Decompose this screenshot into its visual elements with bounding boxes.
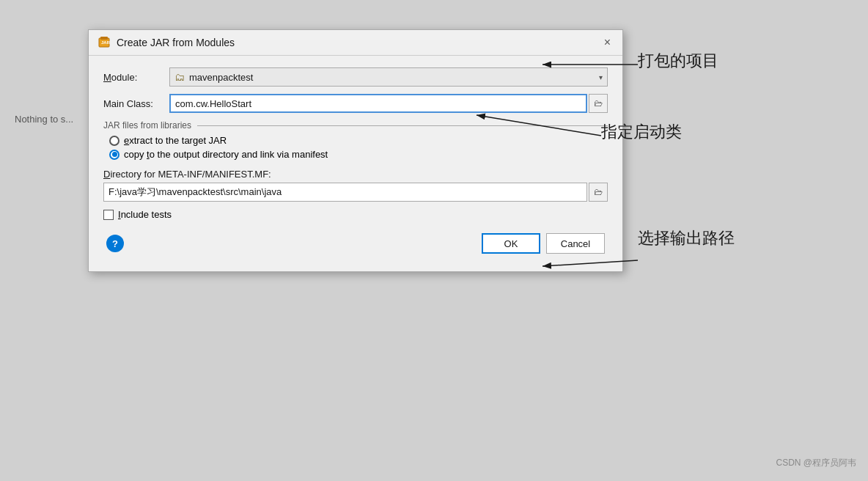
main-class-browse-button[interactable]: 🗁	[589, 94, 608, 113]
include-tests-row[interactable]: Include tests	[103, 209, 608, 220]
radio-copy-row[interactable]: copy to the output directory and link vi…	[109, 149, 608, 160]
dialog-title-area: JAR Create JAR from Modules	[98, 36, 235, 49]
browse-icon: 🗁	[594, 98, 603, 109]
radio-copy-button[interactable]	[109, 150, 119, 160]
footer-buttons: OK Cancel	[482, 233, 605, 254]
jar-files-label-text: JAR files from libraries	[103, 120, 191, 131]
dialog-body: Module: 🗂 mavenpacktest ▾ Main Class: co…	[89, 56, 622, 271]
directory-field[interactable]: F:\java学习\mavenpacktest\src\main\java	[103, 183, 587, 202]
main-class-value: com.cw.HelloStart	[175, 98, 251, 109]
module-row: Module: 🗂 mavenpacktest ▾	[103, 67, 608, 87]
nothing-to-show-text: Nothing to s...	[15, 114, 73, 125]
create-jar-dialog: JAR Create JAR from Modules × Module: 🗂 …	[88, 29, 623, 272]
radio-extract-button[interactable]	[109, 136, 119, 146]
include-tests-label: Include tests	[118, 209, 172, 220]
ok-button[interactable]: OK	[482, 233, 540, 254]
module-combobox-text: 🗂 mavenpacktest	[174, 71, 595, 83]
svg-rect-1	[100, 37, 108, 40]
jar-icon: JAR	[98, 36, 111, 49]
directory-value: F:\java学习\mavenpacktest\src\main\java	[108, 186, 282, 199]
dialog-titlebar: JAR Create JAR from Modules ×	[89, 30, 622, 56]
module-value: mavenpacktest	[189, 72, 253, 83]
footer-left: ?	[106, 235, 124, 252]
radio-extract-label: extract to the target JAR	[124, 135, 227, 146]
module-label: Module:	[103, 72, 169, 83]
dialog-title-text: Create JAR from Modules	[117, 37, 235, 48]
directory-label: Directory for META-INF/MANIFEST.MF:	[103, 169, 608, 180]
jar-files-section-label: JAR files from libraries	[103, 120, 608, 131]
module-combobox[interactable]: 🗂 mavenpacktest ▾	[169, 67, 608, 87]
watermark: CSDN @程序员阿韦	[776, 457, 856, 469]
directory-section: Directory for META-INF/MANIFEST.MF: F:\j…	[103, 169, 608, 202]
radio-copy-label: copy to the output directory and link vi…	[124, 149, 328, 160]
directory-input-row: F:\java学习\mavenpacktest\src\main\java 🗁	[103, 183, 608, 202]
include-tests-checkbox[interactable]	[103, 210, 114, 220]
directory-browse-button[interactable]: 🗁	[589, 183, 608, 202]
main-class-field[interactable]: com.cw.HelloStart	[169, 94, 587, 113]
cancel-button[interactable]: Cancel	[546, 233, 605, 254]
radio-extract-row[interactable]: extract to the target JAR	[109, 135, 608, 146]
main-class-label: Main Class:	[103, 98, 169, 109]
browse-folder-icon: 🗁	[594, 187, 603, 197]
folder-icon: 🗂	[174, 71, 185, 83]
main-class-input-group: com.cw.HelloStart 🗁	[169, 94, 608, 113]
dialog-footer: ? OK Cancel	[103, 227, 608, 257]
close-button[interactable]: ×	[601, 37, 614, 48]
chevron-down-icon: ▾	[599, 73, 603, 81]
svg-text:JAR: JAR	[101, 40, 111, 45]
main-class-row: Main Class: com.cw.HelloStart 🗁	[103, 94, 608, 113]
radio-group: extract to the target JAR copy to the ou…	[109, 135, 608, 160]
module-input-group: 🗂 mavenpacktest ▾	[169, 67, 608, 87]
help-button[interactable]: ?	[106, 235, 124, 252]
